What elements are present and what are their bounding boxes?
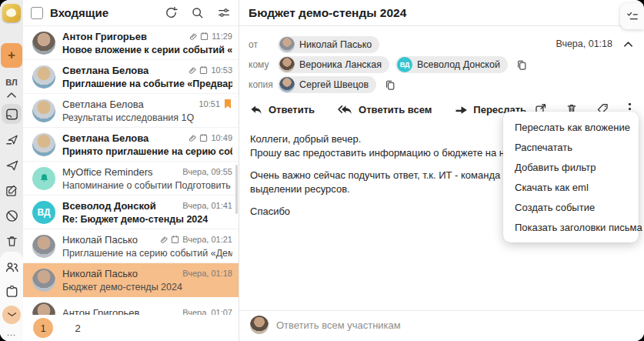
- list-item[interactable]: MyOffice Reminders Вчера, 09:55 Напомина…: [23, 162, 239, 196]
- menu-item-download-eml[interactable]: Скачать как eml: [503, 177, 639, 197]
- avatar: ВД: [397, 57, 412, 72]
- refresh-icon[interactable]: [165, 6, 178, 19]
- cc-pill-name: Сергей Швецов: [299, 79, 369, 90]
- email-time: 11:29: [212, 32, 232, 41]
- email-time: Вчера, 01:07: [182, 308, 232, 315]
- list-item[interactable]: Антон Григорьев 11:29 Новое вложение к с…: [23, 26, 239, 60]
- list-scrollbar[interactable]: [235, 165, 238, 214]
- sidebar-folder-outbox[interactable]: [2, 129, 22, 149]
- calendar-badge-icon: [199, 133, 208, 142]
- avatar: [279, 37, 295, 52]
- tasks-panel-toggle[interactable]: [620, 3, 644, 29]
- attachment-icon: [188, 65, 196, 75]
- avatar: [279, 77, 295, 92]
- flag-icon: [223, 99, 232, 109]
- collapse-up-icon[interactable]: [6, 92, 17, 99]
- email-time: 10:49: [211, 133, 232, 142]
- calendar-badge-icon: [199, 65, 208, 75]
- bell-icon: [38, 172, 50, 184]
- collapse-header-icon[interactable]: [623, 41, 633, 48]
- quick-reply-placeholder: Ответить всем участникам: [276, 319, 401, 331]
- list-item[interactable]: Светлана Белова 10:53 Приглашение на соб…: [23, 60, 239, 94]
- avatar: [32, 133, 55, 156]
- spam-icon: [5, 209, 19, 223]
- page-button-2[interactable]: 2: [68, 318, 88, 338]
- cc-pill[interactable]: Сергей Швецов: [278, 76, 376, 93]
- mail-list-panel: Входящие Антон Григорьев 11:29: [23, 0, 239, 341]
- recipient-pill[interactable]: ВД Всеволод Донской: [395, 56, 508, 73]
- sidebar-folder-sent[interactable]: [2, 155, 22, 175]
- list-item[interactable]: Николай Пасько Вчера, 01:21 Приглашение …: [23, 229, 239, 263]
- search-icon[interactable]: [191, 6, 204, 19]
- select-all-checkbox[interactable]: [31, 7, 43, 19]
- menu-item-print[interactable]: Распечатать: [503, 137, 639, 157]
- context-menu: Переслать как вложение Распечатать Добав…: [503, 112, 639, 242]
- sidebar-folder-drafts[interactable]: [2, 180, 22, 200]
- reply-all-button[interactable]: Ответить всем: [338, 104, 432, 115]
- body-line: выделении ресурсов.: [250, 183, 350, 195]
- reply-icon: [250, 105, 263, 115]
- sidebar-folder-trash[interactable]: [2, 231, 22, 251]
- folder-title: Входящие: [50, 6, 158, 19]
- sidebar-folder-inbox[interactable]: [2, 104, 22, 124]
- avatar: [32, 65, 55, 89]
- sidebar-folder-spam[interactable]: [2, 206, 22, 226]
- avatar: [279, 57, 295, 72]
- outbox-icon: [5, 132, 19, 147]
- sender-name: Николай Пасько: [62, 268, 178, 279]
- email-subject: Принято приглашение на серию событий «..…: [62, 146, 232, 157]
- compose-button[interactable]: +: [1, 43, 22, 68]
- mail-app-button[interactable]: [2, 305, 22, 325]
- email-subject: Re: Бюджет демо-стенды 2024: [62, 214, 232, 225]
- sender-name: Антон Григорьев: [62, 31, 184, 42]
- subject-bar: Бюджет демо-стенды 2024: [239, 0, 644, 26]
- recipient-pill-name: Вероника Ланская: [299, 59, 382, 70]
- email-subject-title: Бюджет демо-стенды 2024: [249, 6, 406, 20]
- menu-item-create-event[interactable]: Создать событие: [503, 197, 639, 217]
- trash-icon: [5, 234, 19, 249]
- reply-button[interactable]: Ответить: [250, 104, 315, 115]
- email-subject: Результаты исследования 1Q: [62, 112, 232, 123]
- calendar-app-icon: [5, 284, 19, 299]
- list-item[interactable]: ВД Всеволод Донской Вчера, 01:41 Re: Бюд…: [23, 196, 239, 229]
- body-line: Спасибо: [250, 206, 290, 217]
- copy-cc-icon[interactable]: [384, 79, 396, 92]
- contacts-icon: [4, 259, 19, 275]
- email-subject: Бюджет демо-стенды 2024: [62, 282, 232, 293]
- recipient-pill[interactable]: Вероника Ланская: [278, 56, 389, 73]
- sidebar: + ВЛ: [0, 0, 23, 341]
- to-row: кому Вероника Ланская ВД Всеволод Донско…: [249, 56, 632, 73]
- list-item[interactable]: Антон Григорьев Вчера, 01:07: [23, 297, 239, 315]
- avatar: ВД: [32, 201, 55, 224]
- menu-item-forward-as-attachment[interactable]: Переслать как вложение: [503, 117, 639, 137]
- more-apps-button[interactable]: ...: [7, 329, 16, 336]
- email-time: Вчера, 01:41: [182, 201, 232, 210]
- sender-name: Светлана Белова: [62, 132, 183, 144]
- avatar: [32, 167, 55, 190]
- attachment-icon: [159, 235, 168, 244]
- sender-name: Светлана Белова: [62, 65, 183, 76]
- menu-item-show-headers[interactable]: Показать заголовки письма: [503, 217, 639, 237]
- forward-icon: [455, 105, 468, 115]
- email-time: 10:53: [211, 65, 232, 75]
- page-button-1[interactable]: 1: [33, 318, 53, 338]
- avatar: [32, 235, 55, 258]
- email-time: Вчера, 01:18: [182, 269, 232, 278]
- sender-pill[interactable]: Николай Пасько: [278, 36, 379, 53]
- inbox-icon: [5, 107, 19, 122]
- menu-item-add-filter[interactable]: Добавить фильтр: [503, 157, 639, 177]
- contacts-app-button[interactable]: [2, 257, 22, 277]
- list-item[interactable]: Светлана Белова 10:51 Результаты исследо…: [23, 94, 239, 128]
- app-switcher: ...: [0, 252, 23, 341]
- quick-reply-bar[interactable]: Ответить всем участникам: [239, 310, 644, 339]
- list-item[interactable]: Светлана Белова 10:49 Принято приглашени…: [23, 128, 239, 162]
- sender-name: Антон Григорьев: [62, 307, 178, 316]
- user-avatar[interactable]: ВЛ: [5, 78, 17, 87]
- email-time: Вчера, 09:55: [182, 167, 232, 176]
- list-item[interactable]: Николай Пасько Вчера, 01:18 Бюджет демо-…: [23, 263, 239, 297]
- body-line: Коллеги, добрый вечер.: [250, 133, 361, 145]
- calendar-app-button[interactable]: [2, 281, 22, 301]
- filter-icon[interactable]: [217, 6, 231, 19]
- attachment-icon: [188, 133, 196, 142]
- copy-recipients-icon[interactable]: [516, 59, 528, 72]
